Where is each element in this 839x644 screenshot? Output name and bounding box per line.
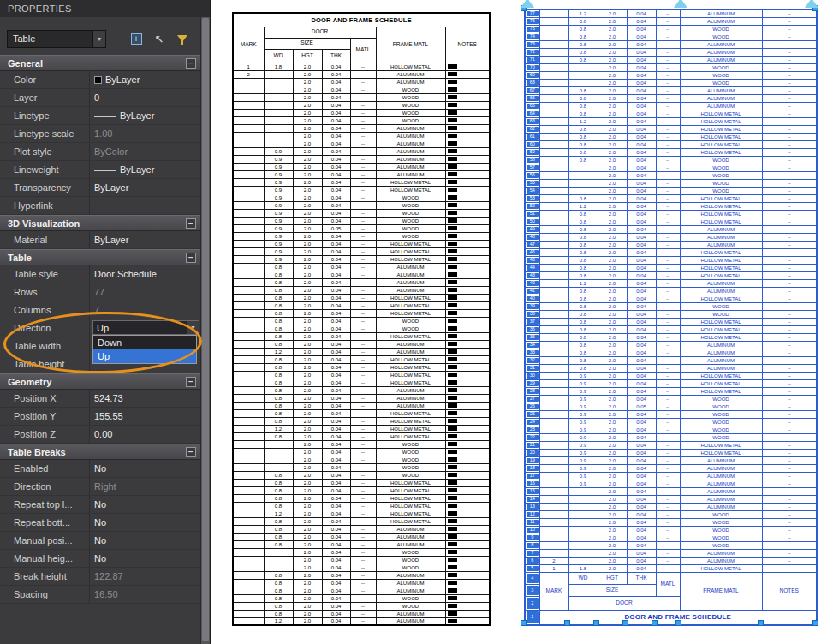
- row-number-chip[interactable]: 51: [527, 212, 539, 217]
- row-number-chip[interactable]: 17: [527, 474, 539, 479]
- row-number-chip[interactable]: 54: [527, 188, 539, 194]
- row-number-chip[interactable]: 52: [527, 204, 539, 209]
- select-objects-icon[interactable]: ↖: [151, 30, 168, 47]
- row-number-chip[interactable]: 7: [527, 551, 539, 556]
- row-number-chip[interactable]: 74: [527, 34, 539, 39]
- palette-title[interactable]: PROPERTIES: [0, 0, 210, 17]
- grip-handle[interactable]: [675, 620, 681, 626]
- row-number-chip[interactable]: 20: [527, 450, 539, 456]
- row-number-chip[interactable]: 60: [527, 142, 539, 147]
- property-value-repeat-top-l[interactable]: No: [89, 496, 201, 513]
- row-number-chip[interactable]: 50: [527, 219, 539, 224]
- property-value-manual-heig[interactable]: No: [89, 550, 201, 567]
- collapse-icon[interactable]: −: [186, 377, 196, 387]
- table-break-arrow-icon[interactable]: [805, 0, 818, 8]
- collapse-icon[interactable]: −: [186, 447, 196, 457]
- row-number-chip[interactable]: 13: [527, 504, 539, 510]
- row-number-chip[interactable]: 24: [527, 420, 539, 425]
- row-number-chip[interactable]: 30: [527, 373, 539, 379]
- property-value-transparency[interactable]: ByLayer: [89, 179, 201, 196]
- row-number-chip[interactable]: 33: [527, 350, 539, 355]
- section-header-geometry[interactable]: Geometry−: [0, 373, 201, 390]
- row-number-chip[interactable]: 75: [527, 27, 539, 32]
- row-number-chip[interactable]: 72: [527, 50, 539, 55]
- row-number-chip[interactable]: 32: [527, 358, 539, 363]
- door-schedule-table-cad[interactable]: 771.22.00.04--ALUMINUM--760.82.00.04--AL…: [524, 9, 818, 626]
- row-number-chip[interactable]: 34: [527, 343, 539, 348]
- palette-scrollbar[interactable]: [200, 17, 210, 644]
- property-value-table-style[interactable]: Door Schedule: [89, 265, 201, 283]
- row-number-chip[interactable]: 39: [527, 304, 539, 309]
- grip-handle[interactable]: [564, 620, 570, 626]
- row-number-chip[interactable]: 16: [527, 481, 539, 486]
- row-number-chip[interactable]: 43: [527, 273, 539, 278]
- table-break-arrow-icon[interactable]: [674, 0, 687, 8]
- row-number-chip[interactable]: 49: [527, 227, 539, 232]
- row-number-chip[interactable]: 21: [527, 443, 539, 448]
- row-number-chip[interactable]: 46: [527, 250, 539, 255]
- row-number-chip[interactable]: 18: [527, 466, 539, 471]
- row-number-chip[interactable]: 28: [527, 389, 539, 394]
- collapse-icon[interactable]: −: [186, 58, 196, 69]
- grip-handle[interactable]: [593, 620, 599, 626]
- grip-handle[interactable]: [652, 620, 658, 626]
- row-number-chip[interactable]: 3: [527, 586, 539, 595]
- property-value-manual-posi[interactable]: No: [89, 532, 201, 549]
- property-value-hyperlink[interactable]: [89, 197, 201, 214]
- row-number-chip[interactable]: 5: [527, 566, 539, 571]
- schedule-table-cad-selected[interactable]: 771.22.00.04--ALUMINUM--760.82.00.04--AL…: [524, 9, 816, 623]
- scrollbar-thumb[interactable]: [202, 18, 209, 641]
- row-number-chip[interactable]: 68: [527, 80, 539, 86]
- row-number-chip[interactable]: 19: [527, 458, 539, 463]
- row-number-chip[interactable]: 57: [527, 165, 539, 170]
- row-number-chip[interactable]: 8: [527, 543, 539, 548]
- row-number-chip[interactable]: 31: [527, 366, 539, 371]
- grip-handle[interactable]: [758, 620, 764, 626]
- row-number-chip[interactable]: 44: [527, 265, 539, 271]
- quick-select-icon[interactable]: [174, 30, 191, 47]
- row-number-chip[interactable]: 53: [527, 196, 539, 201]
- row-number-chip[interactable]: 69: [527, 73, 539, 78]
- row-number-chip[interactable]: 48: [527, 235, 539, 240]
- row-number-chip[interactable]: 22: [527, 435, 539, 440]
- toggle-pickadd-icon[interactable]: +: [128, 30, 145, 47]
- row-number-chip[interactable]: 35: [527, 335, 539, 340]
- row-number-chip[interactable]: 41: [527, 289, 539, 294]
- dropdown-option-down[interactable]: Down: [93, 336, 196, 349]
- collapse-icon[interactable]: −: [186, 253, 196, 263]
- property-value-enabled[interactable]: No: [89, 460, 201, 477]
- row-number-chip[interactable]: 56: [527, 173, 539, 178]
- row-number-chip[interactable]: 71: [527, 57, 539, 63]
- row-number-chip[interactable]: 62: [527, 127, 539, 132]
- row-number-chip[interactable]: 66: [527, 96, 539, 101]
- property-value-color[interactable]: ByLayer: [89, 71, 201, 88]
- property-value-position-y[interactable]: 155.55: [89, 408, 201, 425]
- object-type-select[interactable]: Table ▾: [7, 30, 106, 48]
- row-number-chip[interactable]: 45: [527, 258, 539, 263]
- section-header-table-breaks[interactable]: Table Breaks−: [0, 444, 201, 460]
- row-number-chip[interactable]: 26: [527, 404, 539, 409]
- property-value-repeat-bott[interactable]: No: [89, 514, 201, 531]
- row-number-chip[interactable]: 65: [527, 104, 539, 109]
- row-number-chip[interactable]: 70: [527, 65, 539, 70]
- property-value-linetype[interactable]: ByLayer: [89, 107, 201, 124]
- row-number-chip[interactable]: 63: [527, 119, 539, 124]
- collapse-icon[interactable]: −: [186, 218, 196, 229]
- row-number-chip[interactable]: 40: [527, 296, 539, 301]
- section-header-3d-visualization[interactable]: 3D Visualization−: [0, 215, 201, 231]
- row-number-chip[interactable]: 15: [527, 489, 539, 494]
- row-number-chip[interactable]: 47: [527, 242, 539, 247]
- row-number-chip[interactable]: 58: [527, 158, 539, 163]
- row-number-chip[interactable]: 10: [527, 528, 539, 533]
- row-number-chip[interactable]: 4: [527, 574, 539, 583]
- property-value-direction[interactable]: Up▾DownUp: [89, 319, 201, 337]
- chevron-down-icon[interactable]: ▾: [92, 31, 105, 47]
- section-header-general[interactable]: General−: [0, 55, 201, 71]
- row-number-chip[interactable]: 76: [527, 19, 539, 24]
- row-number-chip[interactable]: 59: [527, 150, 539, 155]
- row-number-chip[interactable]: 42: [527, 281, 539, 286]
- row-number-chip[interactable]: 37: [527, 319, 539, 325]
- chevron-down-icon[interactable]: ▾: [187, 321, 199, 334]
- grip-handle[interactable]: [812, 620, 818, 626]
- row-number-chip[interactable]: 36: [527, 327, 539, 332]
